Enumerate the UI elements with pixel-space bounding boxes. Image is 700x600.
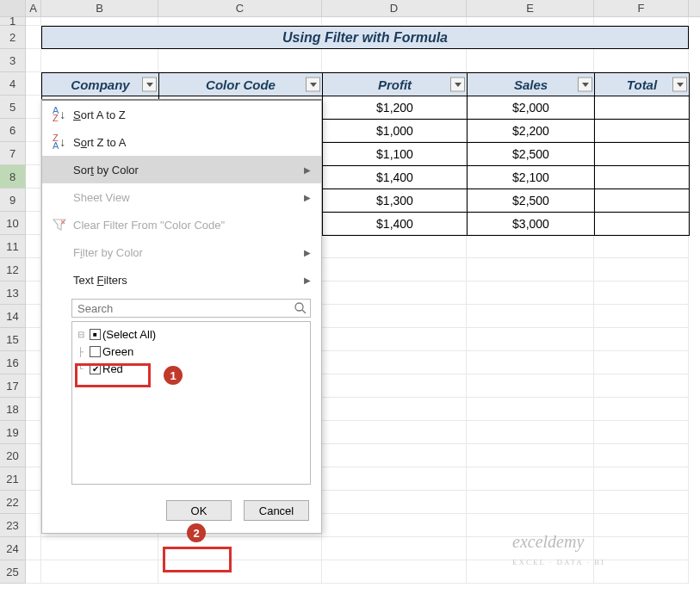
check-item-green[interactable]: ├ Green [77, 343, 305, 360]
filter-button-color-code[interactable] [306, 77, 320, 92]
row-header-11[interactable]: 11 [0, 235, 26, 258]
col-header-D[interactable]: D [322, 0, 467, 16]
row-header-2[interactable]: 2 [0, 26, 26, 49]
watermark-tagline: EXCEL · DATA · BI [512, 558, 605, 566]
column-headers: A B C D E F [0, 0, 700, 17]
checkbox-select-all[interactable] [90, 329, 101, 340]
svg-point-0 [295, 303, 303, 311]
cell-sales[interactable]: $2,500 [468, 143, 595, 166]
header-sales: Sales [468, 73, 595, 96]
menu-clear-filter-label: Clear Filter From "Color Code" [73, 219, 311, 232]
filter-dropdown-menu: AZ↓ Sort A to Z ZA↓ Sort Z to A Sort by … [41, 99, 322, 534]
menu-sort-za[interactable]: ZA↓ Sort Z to A [42, 128, 321, 156]
header-company: Company [42, 73, 159, 96]
header-color-code: Color Code [159, 73, 323, 96]
cell-total[interactable] [595, 166, 690, 189]
row-header-12[interactable]: 12 [0, 258, 26, 281]
col-header-A[interactable]: A [26, 0, 41, 16]
row-header-6[interactable]: 6 [0, 119, 26, 142]
menu-filter-by-color-label: Filter by Color [73, 246, 304, 259]
cell-sales[interactable]: $2,000 [468, 96, 595, 120]
row-header-9[interactable]: 9 [0, 189, 26, 212]
cell-profit[interactable]: $1,200 [323, 96, 468, 120]
menu-clear-filter: Clear Filter From "Color Code" [42, 211, 321, 238]
callout-1: 1 [164, 366, 183, 385]
col-header-F[interactable]: F [594, 0, 689, 16]
row-header-23[interactable]: 23 [0, 514, 26, 537]
cell-profit[interactable]: $1,100 [323, 143, 468, 166]
cell-total[interactable] [595, 120, 690, 143]
cell-profit[interactable]: $1,400 [323, 166, 468, 189]
col-header-E[interactable]: E [467, 0, 594, 16]
cell-sales[interactable]: $3,000 [468, 213, 595, 236]
filter-button-company[interactable] [142, 77, 157, 92]
row-header-22[interactable]: 22 [0, 491, 26, 514]
row-header-3[interactable]: 3 [0, 49, 26, 72]
cell-profit[interactable]: $1,300 [323, 189, 468, 213]
row-header-17[interactable]: 17 [0, 374, 26, 398]
cancel-button[interactable]: Cancel [244, 500, 309, 521]
row-header-25[interactable]: 25 [0, 560, 26, 584]
row-header-24[interactable]: 24 [0, 537, 26, 560]
menu-sort-az-label: Sort A to Z [73, 108, 311, 121]
cell-total[interactable] [595, 96, 690, 120]
cell-total[interactable] [595, 189, 690, 213]
menu-sort-by-color[interactable]: Sort by Color ▶ [42, 156, 321, 183]
row-header-20[interactable]: 20 [0, 444, 26, 467]
row-header-16[interactable]: 16 [0, 351, 26, 374]
filter-search-input[interactable] [71, 299, 311, 318]
cell-sales[interactable]: $2,100 [468, 166, 595, 189]
row-header-1[interactable]: 1 [0, 17, 26, 26]
row-header-14[interactable]: 14 [0, 305, 26, 328]
row-header-18[interactable]: 18 [0, 398, 26, 421]
header-total-label: Total [627, 77, 657, 92]
row-header-4[interactable]: 4 [0, 72, 26, 96]
header-total: Total [595, 73, 690, 96]
cell-sales[interactable]: $2,500 [468, 189, 595, 213]
row-headers: 1 2 3 4 5 6 7 8 9 10 11 12 13 14 15 16 1… [0, 17, 26, 584]
checkbox-green[interactable] [90, 346, 101, 357]
row-header-8[interactable]: 8 [0, 165, 26, 189]
filter-button-sales[interactable] [578, 77, 592, 92]
funnel-clear-icon [53, 219, 73, 231]
search-icon [294, 301, 307, 315]
chevron-right-icon: ▶ [304, 248, 311, 257]
cell-total[interactable] [595, 213, 690, 236]
cell-profit[interactable]: $1,000 [323, 120, 468, 143]
row-header-19[interactable]: 19 [0, 421, 26, 444]
callout-2: 2 [187, 523, 206, 542]
annotation-box-ok [163, 547, 232, 572]
sort-za-icon: ZA↓ [53, 134, 73, 150]
svg-line-1 [302, 310, 306, 313]
header-company-label: Company [71, 77, 129, 92]
cell-sales[interactable]: $2,200 [468, 120, 595, 143]
col-header-B[interactable]: B [41, 0, 158, 16]
col-header-C[interactable]: C [158, 0, 322, 16]
menu-sort-az[interactable]: AZ↓ Sort A to Z [42, 101, 321, 128]
menu-text-filters[interactable]: Text Filters ▶ [42, 266, 321, 294]
filter-button-total[interactable] [672, 77, 687, 92]
sort-az-icon: AZ↓ [53, 107, 73, 122]
cell-total[interactable] [595, 143, 690, 166]
row-header-21[interactable]: 21 [0, 467, 26, 491]
row-header-5[interactable]: 5 [0, 96, 26, 119]
chevron-right-icon: ▶ [304, 165, 311, 175]
watermark: exceldemy EXCEL · DATA · BI [512, 533, 605, 567]
chevron-right-icon: ▶ [304, 275, 311, 285]
header-profit-label: Profit [378, 77, 412, 92]
check-item-select-all[interactable]: ⊟ (Select All) [77, 325, 305, 343]
header-color-code-label: Color Code [206, 77, 276, 92]
row-header-13[interactable]: 13 [0, 281, 26, 305]
page-title: Using Filter with Formula [41, 26, 689, 49]
chevron-right-icon: ▶ [304, 193, 311, 202]
row-header-15[interactable]: 15 [0, 328, 26, 351]
ok-button[interactable]: OK [166, 500, 232, 521]
row-header-7[interactable]: 7 [0, 142, 26, 165]
cell-profit[interactable]: $1,400 [323, 213, 468, 236]
check-label-green: Green [102, 345, 133, 358]
menu-sort-by-color-label: Sort by Color [73, 164, 304, 176]
menu-sort-za-label: Sort Z to A [73, 136, 311, 149]
filter-button-profit[interactable] [450, 77, 465, 92]
menu-text-filters-label: Text Filters [73, 274, 304, 287]
row-header-10[interactable]: 10 [0, 212, 26, 235]
